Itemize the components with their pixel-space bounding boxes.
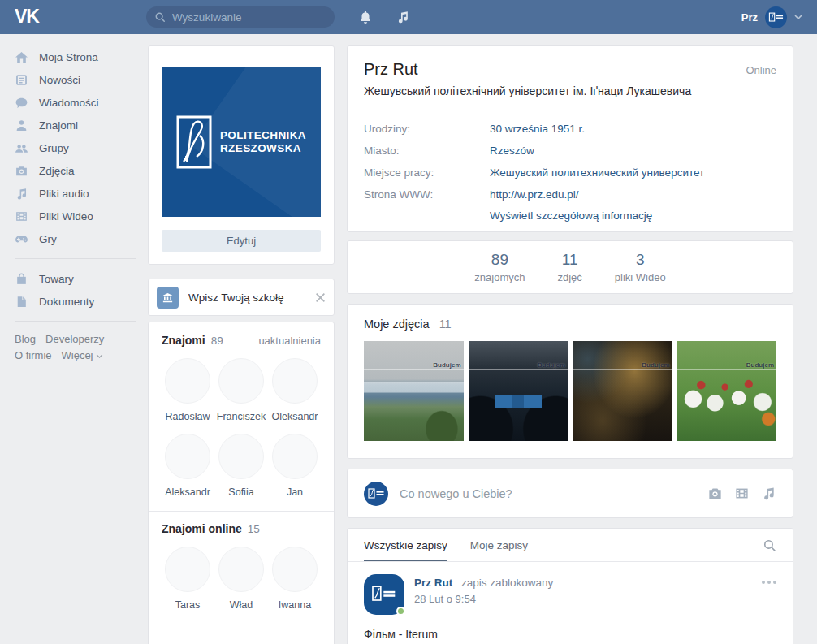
left-sidebar: Moja Strona Nowości Wiadomości Znajomi G… (15, 45, 136, 364)
friend-avatar (272, 547, 318, 592)
tab-all-posts[interactable]: Wszystkie zapisy (364, 529, 447, 561)
city-value[interactable]: Rzeszów (490, 144, 534, 158)
friend-item[interactable]: Radosław (162, 358, 214, 422)
camera-icon[interactable] (707, 486, 723, 501)
sidebar-divider (15, 258, 136, 259)
friends-online-title[interactable]: Znajomi online (162, 522, 242, 535)
show-detailed-info-link[interactable]: Wyświetl szczegółową informację (490, 210, 776, 222)
online-status: Online (746, 60, 776, 76)
friend-avatar (272, 358, 318, 404)
bell-icon[interactable] (358, 10, 373, 24)
post-author-avatar[interactable] (364, 574, 404, 615)
sidebar-item-zdjecia[interactable]: Zdjęcia (15, 159, 136, 182)
school-prompt-widget[interactable]: Wpisz Twoją szkołę (148, 279, 335, 316)
counter-videos[interactable]: 3 pliki Wideo (615, 251, 666, 283)
footer-link-developerzy[interactable]: Developerzy (45, 333, 104, 345)
workplace-value[interactable]: Жешувский политехнический университет (490, 166, 704, 180)
friend-item[interactable]: Franciszek (215, 358, 267, 422)
profile-photo-card: POLITECHNIKA RZESZOWSKA Edytuj (148, 45, 335, 265)
music-icon[interactable] (761, 486, 776, 501)
sidebar-item-znajomi[interactable]: Znajomi (15, 114, 136, 136)
friend-avatar (218, 434, 264, 479)
search-input[interactable] (172, 11, 326, 24)
footer-link-wiecej[interactable]: Więcej (62, 349, 103, 361)
sidebar-item-grupy[interactable]: Grupy (15, 136, 136, 159)
friend-item[interactable]: Taras (162, 547, 214, 611)
footer-link-o-firmie[interactable]: O firmie (15, 349, 52, 361)
photos-icon (15, 164, 31, 178)
sidebar-item-pliki-audio[interactable]: Pliki audio (15, 182, 136, 205)
photo-airplane-cockpit[interactable]: Budujem (469, 341, 568, 441)
search-icon (154, 11, 166, 23)
post-author-link[interactable]: Prz Rut (414, 577, 452, 589)
groups-icon (15, 141, 31, 155)
documents-icon (15, 295, 31, 309)
home-icon (15, 50, 31, 64)
my-photos-title[interactable]: Moje zdjęcia (364, 318, 430, 331)
friend-item[interactable]: Sofiia (215, 434, 267, 498)
friend-item[interactable]: Wład (215, 547, 267, 611)
sidebar-item-nowosci[interactable]: Nowości (15, 68, 136, 91)
photo-folk-dancers[interactable]: Budujem (677, 341, 777, 441)
edit-profile-button[interactable]: Edytuj (162, 230, 321, 252)
sidebar-item-dokumenty[interactable]: Dokumenty (15, 290, 136, 313)
vk-logo[interactable]: VK (15, 6, 39, 28)
sidebar-item-pliki-wideo[interactable]: Pliki Wideo (15, 205, 136, 227)
footer-link-blog[interactable]: Blog (15, 333, 36, 345)
friends-icon (15, 119, 31, 132)
detail-row-city: Miasto: Rzeszów (364, 144, 776, 158)
photo-night-concert[interactable]: Budujem (573, 341, 672, 441)
counter-photos[interactable]: 11 zdjęć (557, 251, 581, 283)
sidebar-item-moja-strona[interactable]: Moja Strona (15, 45, 136, 68)
profile-info-card: Prz Rut Online Жешувський політехнічний … (347, 45, 793, 232)
music-icon[interactable] (396, 10, 410, 24)
school-icon (157, 287, 179, 309)
sidebar-divider (15, 321, 136, 322)
birthday-value[interactable]: 30 września 1951 r. (490, 122, 585, 136)
status-line[interactable]: Жешувський політехнічний університет ім.… (364, 84, 776, 97)
user-menu[interactable]: Prz (741, 0, 802, 34)
composer-input[interactable] (400, 487, 698, 500)
post-actions-menu[interactable] (762, 574, 776, 586)
profile-photo[interactable]: POLITECHNIKA RZESZOWSKA (162, 67, 321, 217)
friends-row: Aleksandr Sofiia Jan (162, 434, 321, 498)
dropdown-caret-icon (794, 15, 802, 19)
counters-card: 89 znajomych 11 zdjęć 3 pliki Wideo (347, 240, 793, 294)
wall-post: Prz Rut zapis zablokowany 28 Lut o 9:54 … (348, 562, 793, 641)
counter-friends[interactable]: 89 znajomych (474, 251, 525, 283)
post-timestamp[interactable]: 28 Lut o 9:54 (414, 593, 553, 605)
friend-avatar (165, 434, 210, 479)
friend-avatar (165, 358, 210, 404)
chevron-down-icon (96, 354, 103, 358)
photos-row: Budujem Budujem Budujem Budujem (364, 341, 776, 441)
tab-my-posts[interactable]: Moje zapisy (470, 529, 528, 561)
friends-updates-link[interactable]: uaktualnienia (258, 335, 321, 347)
friends-card: Znajomi 89 uaktualnienia Radosław Franci… (148, 322, 335, 644)
market-icon (15, 272, 31, 286)
photo-campus-building[interactable]: Budujem (364, 341, 464, 441)
games-icon (15, 232, 31, 246)
friend-item[interactable]: Aleksandr (162, 434, 214, 498)
news-icon (15, 73, 31, 87)
friend-item[interactable]: Jan (269, 434, 321, 498)
sidebar-item-towary[interactable]: Towary (15, 267, 136, 290)
sidebar-item-gry[interactable]: Gry (15, 227, 136, 250)
friends-row: Radosław Franciszek Oleksandr (162, 358, 321, 422)
wall-search-icon[interactable] (763, 529, 776, 561)
friend-item[interactable]: Oleksandr (269, 358, 321, 422)
detail-row-workplace: Miejsce pracy: Жешувский политехнический… (364, 166, 776, 180)
friend-avatar (218, 547, 264, 592)
audio-icon (15, 187, 31, 201)
website-link[interactable]: http://w.prz.edu.pl/ (490, 188, 579, 202)
wall-card: Wszystkie zapisy Moje zapisy Prz Rut zap… (347, 528, 793, 644)
friends-title[interactable]: Znajomi (162, 334, 205, 347)
user-avatar (765, 6, 787, 28)
global-search[interactable] (146, 6, 335, 28)
post-text: Фільм - Iterum (364, 628, 776, 641)
sidebar-item-wiadomosci[interactable]: Wiadomości (15, 91, 136, 114)
friends-header: Znajomi 89 uaktualnienia (162, 334, 321, 347)
messages-icon (15, 96, 31, 110)
friend-item[interactable]: Iwanna (269, 547, 321, 611)
video-icon[interactable] (734, 486, 750, 501)
close-icon[interactable] (315, 292, 326, 303)
